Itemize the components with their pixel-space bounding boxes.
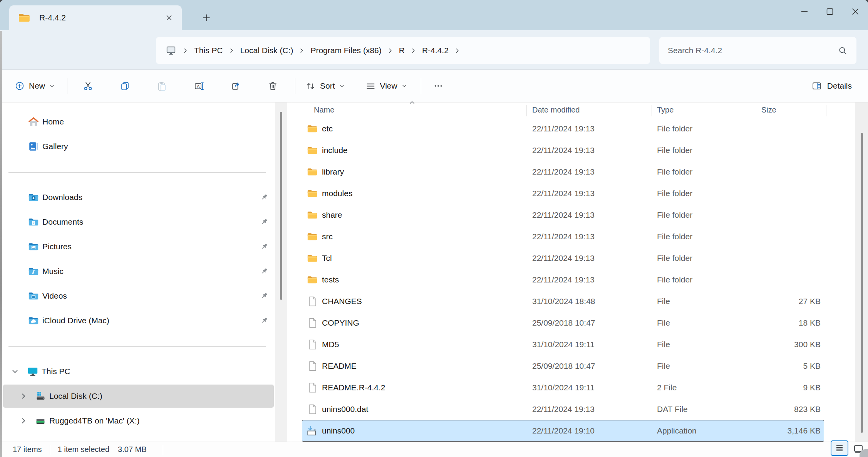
folder-icon: [18, 11, 31, 24]
close-button[interactable]: [843, 0, 868, 23]
file-row[interactable]: tests 22/11/2024 19:13 File folder: [302, 269, 824, 291]
search-icon[interactable]: [838, 45, 848, 56]
maximize-button[interactable]: [817, 0, 843, 23]
close-tab-icon[interactable]: [165, 13, 173, 22]
sidebar-divider: [0, 160, 275, 186]
view-button[interactable]: View: [361, 78, 412, 94]
folder-pictures-icon: [28, 241, 39, 252]
sidebar-item[interactable]: Gallery: [3, 135, 274, 158]
chevron-icon[interactable]: [12, 368, 18, 375]
minimize-button[interactable]: [792, 0, 817, 23]
details-button-label: Details: [827, 81, 852, 91]
window-controls: [792, 0, 868, 23]
search-box[interactable]: Search R-4.4.2: [659, 37, 856, 64]
file-row[interactable]: README.R-4.4.2 31/10/2024 19:11 2 File 9…: [302, 377, 824, 398]
tab-r442[interactable]: R-4.4.2: [9, 5, 182, 30]
breadcrumb-segment[interactable]: R: [397, 44, 407, 57]
sidebar-item[interactable]: Home: [3, 110, 274, 133]
file-row[interactable]: include 22/11/2024 19:13 File folder: [302, 139, 824, 161]
new-tab-button[interactable]: [198, 10, 215, 25]
file-name: README.R-4.4.2: [322, 383, 385, 392]
file-icon: [307, 382, 318, 393]
sidebar-item[interactable]: Local Disk (C:): [3, 385, 274, 408]
chevron-icon[interactable]: [20, 417, 27, 424]
delete-button[interactable]: [260, 75, 285, 97]
file-name-cell: modules: [307, 188, 532, 199]
file-row[interactable]: unins000.dat 22/11/2024 19:13 DAT File 8…: [302, 398, 824, 420]
column-header-date-modified[interactable]: Date modified: [532, 106, 580, 114]
copy-button[interactable]: [112, 75, 137, 97]
file-date-modified: 31/10/2024 19:11: [532, 340, 657, 349]
file-date-modified: 22/11/2024 19:13: [532, 167, 657, 176]
folder-icon: [307, 144, 318, 156]
file-type: File: [657, 318, 760, 328]
file-row[interactable]: MD5 31/10/2024 19:11 File 300 KB: [302, 334, 824, 355]
file-date-modified: 22/11/2024 19:13: [532, 146, 657, 155]
sidebar-scrollbar[interactable]: [275, 102, 287, 442]
file-row[interactable]: modules 22/11/2024 19:13 File folder: [302, 183, 824, 204]
breadcrumb-segment[interactable]: Local Disk (C:): [238, 44, 296, 57]
sidebar-item[interactable]: This PC: [3, 360, 274, 383]
column-header-name[interactable]: Name: [314, 106, 334, 114]
file-row[interactable]: unins000 22/11/2024 19:10 Application 3,…: [302, 420, 824, 442]
cut-button[interactable]: [75, 75, 100, 97]
file-name-cell: src: [307, 231, 532, 242]
breadcrumb-segment[interactable]: R-4.4.2: [420, 44, 451, 57]
file-row[interactable]: src 22/11/2024 19:13 File folder: [302, 226, 824, 247]
rename-button[interactable]: A: [186, 75, 211, 97]
column-divider[interactable]: [652, 105, 652, 116]
sidebar-item-label: Documents: [42, 217, 83, 227]
scrollbar-thumb[interactable]: [280, 112, 282, 300]
file-date-modified: 22/11/2024 19:13: [532, 275, 657, 284]
new-button-label: New: [29, 81, 45, 91]
sidebar-item[interactable]: Documents: [3, 210, 274, 234]
file-row[interactable]: CHANGES 31/10/2024 18:48 File 27 KB: [302, 291, 824, 312]
sidebar-item[interactable]: Videos: [3, 284, 274, 307]
folder-icon: [307, 252, 318, 264]
column-divider[interactable]: [526, 105, 527, 116]
trash-icon: [268, 81, 278, 91]
details-view-toggle[interactable]: [831, 440, 848, 456]
details-pane-button[interactable]: Details: [807, 77, 856, 94]
chevron-icon[interactable]: [20, 393, 27, 400]
file-row[interactable]: COPYING 25/09/2018 10:47 File 18 KB: [302, 312, 824, 334]
sidebar-item-label: Videos: [42, 291, 67, 301]
folder-icon: [307, 231, 318, 242]
file-row[interactable]: README 25/09/2018 10:47 File 5 KB: [302, 355, 824, 377]
disk-green-icon: [35, 415, 46, 427]
status-bar: 17 items 1 item selected 3.07 MB: [0, 442, 868, 457]
sidebar-item[interactable]: Music: [3, 260, 274, 283]
sidebar-item[interactable]: Rugged4TB on 'Mac' (X:): [3, 409, 274, 432]
paste-button[interactable]: [149, 75, 174, 97]
file-row[interactable]: etc 22/11/2024 19:13 File folder: [302, 118, 824, 139]
file-date-modified: 31/10/2024 18:48: [532, 297, 657, 306]
sort-button[interactable]: Sort: [301, 78, 349, 94]
sort-icon: [305, 81, 316, 91]
file-date-modified: 25/09/2018 10:47: [532, 318, 657, 328]
column-header-type[interactable]: Type: [657, 106, 674, 114]
file-name: src: [322, 232, 333, 241]
column-divider[interactable]: [826, 105, 826, 116]
file-type: File folder: [657, 124, 760, 133]
more-options-button[interactable]: [429, 77, 447, 95]
file-date-modified: 22/11/2024 19:13: [532, 210, 657, 220]
sidebar-item[interactable]: iCloud Drive (Mac): [3, 309, 274, 332]
share-button[interactable]: [223, 75, 248, 97]
column-divider[interactable]: [755, 105, 755, 116]
column-header-size[interactable]: Size: [761, 106, 776, 114]
scrollbar-thumb[interactable]: [861, 133, 863, 433]
toolbar-divider: [67, 78, 67, 94]
sidebar-item[interactable]: Downloads: [3, 186, 274, 209]
sidebar-item[interactable]: Pictures: [3, 235, 274, 258]
address-bar[interactable]: This PC Local Disk (C:) Program Files (x…: [156, 37, 650, 64]
breadcrumb-segment[interactable]: Program Files (x86): [308, 44, 384, 57]
file-date-modified: 22/11/2024 19:13: [532, 254, 657, 263]
file-row[interactable]: share 22/11/2024 19:13 File folder: [302, 204, 824, 226]
new-button[interactable]: New: [11, 78, 59, 94]
breadcrumb-segment[interactable]: This PC: [192, 44, 225, 57]
file-row[interactable]: Tcl 22/11/2024 19:13 File folder: [302, 247, 824, 269]
list-scrollbar[interactable]: [855, 102, 868, 442]
file-name-cell: MD5: [307, 339, 532, 350]
folder-icon: [307, 274, 318, 286]
file-row[interactable]: library 22/11/2024 19:13 File folder: [302, 161, 824, 183]
